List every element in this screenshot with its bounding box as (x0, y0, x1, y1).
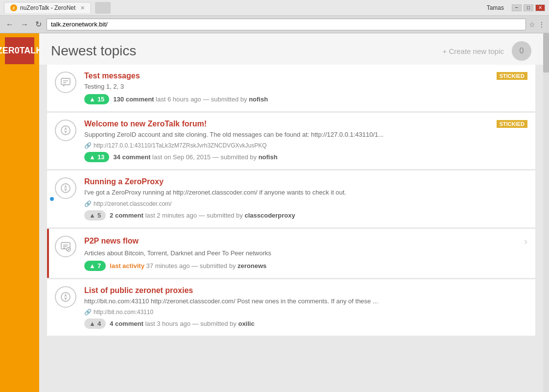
stickied-badge: STICKIED (497, 72, 527, 80)
topic-icon (55, 236, 76, 257)
page-title: Newest topics (51, 43, 136, 59)
topic-description: http://bit.no.com:43110 http://zeronet.c… (84, 297, 527, 306)
vote-count: 13 (97, 153, 104, 161)
topic-description: Testing 1, 2, 3 (84, 82, 527, 91)
browser-title-bar: Z nuZeroTalk - ZeroNet ✕ Tamas − □ ✕ (0, 0, 549, 16)
link-icon: 🔗 (84, 200, 92, 207)
link-text: http://zeronet.classcoder.com/ (94, 200, 171, 207)
topic-submitter: zeronews (238, 262, 266, 270)
svg-rect-0 (61, 78, 70, 85)
forward-button[interactable]: → (19, 19, 30, 30)
menu-icon[interactable]: ⋮ (538, 21, 545, 28)
topic-title[interactable]: P2P news flow (84, 237, 139, 245)
vote-badge[interactable]: ▲ 5 (84, 210, 106, 220)
window-controls: − □ ✕ (512, 4, 545, 11)
svg-marker-9 (64, 188, 67, 192)
topic-link[interactable]: 🔗http://127.0.0.1:43110/1TaLk3zM7ZRskJvr… (84, 142, 527, 149)
header-right: + Create new topic 0 (443, 41, 532, 61)
restore-button[interactable]: □ (524, 4, 533, 11)
link-icon: 🔗 (84, 142, 92, 149)
vote-count: 4 (97, 320, 101, 327)
comment-count: 34 comment (113, 153, 150, 161)
topic-title[interactable]: Welcome to new ZeroTalk forum! (84, 120, 207, 128)
topic-meta-text: 4 comment last 3 hours ago — submitted b… (110, 320, 255, 327)
topic-meta: ▲ 15130 comment last 6 hours ago — submi… (84, 94, 527, 104)
back-button[interactable]: ← (4, 19, 16, 30)
link-icon: 🔗 (84, 309, 92, 316)
topic-item[interactable]: Running a ZeroProxyI've got a ZeroProxy … (47, 171, 535, 227)
minimize-button[interactable]: − (512, 4, 522, 11)
svg-marker-5 (64, 127, 67, 130)
topic-title-row: P2P news flow› (84, 236, 527, 247)
topic-icon (55, 177, 76, 199)
topic-meta-text: 2 comment last 2 minutes ago — submitted… (110, 212, 295, 219)
topic-submitter: nofish (249, 96, 268, 103)
topic-item[interactable]: Welcome to new ZeroTalk forum!STICKIEDSu… (47, 113, 535, 169)
scrollbar-track[interactable] (543, 33, 549, 392)
topics-list: Test messagesSTICKIEDTesting 1, 2, 3▲ 15… (39, 65, 543, 392)
topic-time: last 3 hours ago (145, 320, 191, 327)
topic-body: Test messagesSTICKIEDTesting 1, 2, 3▲ 15… (84, 72, 527, 104)
vote-count: 15 (97, 96, 104, 103)
app-logo[interactable]: ZER0 TALK (5, 37, 34, 64)
sidebar: ZER0 TALK (0, 33, 39, 392)
topic-meta-text: 34 comment last on Sep 06, 2015 — submit… (113, 153, 277, 161)
address-bar[interactable] (47, 19, 526, 30)
vote-count: 7 (97, 262, 101, 270)
topic-title-row: Test messagesSTICKIED (84, 72, 527, 80)
topic-meta: ▲ 7last activity 37 minutes ago — submit… (84, 261, 527, 271)
topic-body: P2P news flow›Articles about Bitcoin, To… (84, 236, 527, 271)
topic-link[interactable]: 🔗http://bit.no.com:43110 (84, 309, 527, 316)
stickied-badge: STICKIED (497, 120, 527, 128)
tab-close-button[interactable]: ✕ (80, 5, 85, 11)
topic-meta: ▲ 44 comment last 3 hours ago — submitte… (84, 318, 527, 329)
svg-marker-3 (63, 85, 65, 87)
app-container: ZER0 TALK Newest topics + Create new top… (0, 33, 549, 392)
chevron-right-icon: › (524, 236, 527, 247)
topic-title-row: Welcome to new ZeroTalk forum!STICKIED (84, 120, 527, 128)
topic-body: List of public zeronet proxieshttp://bit… (84, 286, 527, 329)
topic-item[interactable]: P2P news flow›Articles about Bitcoin, To… (47, 229, 535, 278)
vote-badge[interactable]: ▲ 7 (84, 261, 106, 271)
close-button[interactable]: ✕ (535, 4, 545, 11)
scrollbar-thumb[interactable] (543, 33, 549, 73)
topic-title-row: Running a ZeroProxy (84, 177, 527, 186)
up-arrow-icon: ▲ (89, 153, 95, 161)
new-tab-button[interactable] (95, 2, 111, 14)
tab-favicon: Z (10, 4, 17, 11)
page-header: Newest topics + Create new topic 0 (39, 33, 543, 65)
create-topic-button[interactable]: + Create new topic (443, 47, 504, 55)
vote-count: 5 (97, 212, 101, 219)
topic-submitter: classcoderproxy (244, 212, 295, 219)
vote-badge[interactable]: ▲ 4 (84, 318, 106, 329)
link-text: http://127.0.0.1:43110/1TaLk3zM7ZRskJvrh… (94, 142, 267, 149)
topic-item[interactable]: List of public zeronet proxieshttp://bit… (47, 279, 535, 336)
topic-description: Articles about Bitcoin, Torrent, Darknet… (84, 249, 527, 258)
comment-count: 2 comment (110, 212, 143, 219)
topic-time: 37 minutes ago (146, 262, 190, 270)
topic-icon (55, 120, 76, 141)
svg-marker-8 (64, 185, 67, 188)
topic-submitter: oxilic (238, 320, 254, 327)
vote-badge[interactable]: ▲ 15 (84, 94, 109, 104)
up-arrow-icon: ▲ (89, 212, 95, 219)
topic-title[interactable]: Test messages (84, 72, 140, 80)
topic-title[interactable]: Running a ZeroProxy (84, 177, 164, 186)
user-name: Tamas (487, 4, 504, 11)
topic-time: last 2 minutes ago (145, 212, 197, 219)
star-icon[interactable]: ☆ (529, 21, 535, 28)
topic-meta-text: 130 comment last 6 hours ago — submitted… (113, 96, 268, 103)
vote-badge[interactable]: ▲ 13 (84, 152, 109, 162)
user-avatar[interactable]: 0 (512, 41, 531, 61)
topic-submitter: nofish (259, 153, 278, 161)
topic-link[interactable]: 🔗http://zeronet.classcoder.com/ (84, 200, 527, 207)
topic-meta: ▲ 52 comment last 2 minutes ago — submit… (84, 210, 527, 220)
topic-body: Welcome to new ZeroTalk forum!STICKIEDSu… (84, 120, 527, 162)
topic-item[interactable]: Test messagesSTICKIEDTesting 1, 2, 3▲ 15… (47, 65, 535, 111)
browser-tab[interactable]: Z nuZeroTalk - ZeroNet ✕ (4, 2, 91, 13)
topic-title[interactable]: List of public zeronet proxies (84, 286, 193, 295)
topic-description: Supporting ZeroID account and site cloni… (84, 130, 527, 139)
reload-button[interactable]: ↻ (33, 19, 44, 30)
topic-time: last 6 hours ago (156, 96, 201, 103)
topic-time: last on Sep 06, 2015 (152, 153, 211, 161)
